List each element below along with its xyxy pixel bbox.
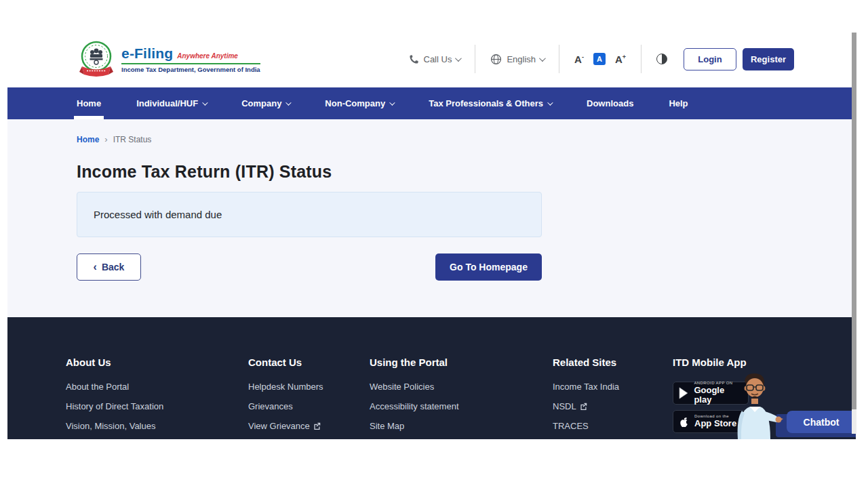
chevron-down-icon [547,100,553,105]
register-button[interactable]: Register [743,48,794,70]
footer-link-helpdesk-numbers[interactable]: Helpdesk Numbers [248,382,323,392]
login-button[interactable]: Login [684,48,736,70]
scrollbar[interactable] [852,33,856,434]
font-default-button[interactable]: A [593,53,606,65]
main-content: Home › ITR Status Income Tax Return (ITR… [7,119,856,317]
logo-subtitle: Income Tax Department, Government of Ind… [121,66,260,73]
apple-icon [679,415,690,428]
action-buttons-row: ‹ Back Go To Homepage [77,253,542,281]
footer-link-accessibility-statement[interactable]: Accessibility statement [370,401,459,411]
footer-link-nsdl[interactable]: NSDL [553,401,619,411]
divider [641,45,642,73]
logo-text: e-Filing Anywhere Anytime Income Tax Dep… [121,45,260,73]
language-label: English [507,54,536,64]
footer-column-about-us: About Us About the Portal History of Dir… [66,357,163,439]
footer-link-website-policies[interactable]: Website Policies [370,382,459,392]
footer-link-traces[interactable]: TRACES [553,421,619,431]
itr-status-text: Processed with demand due [94,209,525,220]
logo-tagline: Anywhere Anytime [177,52,238,60]
browser-canvas: e-Filing Anywhere Anytime Income Tax Dep… [0,0,868,488]
footer-column-contact-us: Contact Us Helpdesk Numbers Grievances V… [248,357,323,439]
footer-link-income-tax-india[interactable]: Income Tax India [553,382,619,392]
contrast-toggle-icon[interactable] [656,54,667,64]
call-us-menu[interactable]: Call Us [409,54,460,64]
header-controls: Call Us English A- A A+ [409,30,795,87]
footer-link-history-of-direct-taxation[interactable]: History of Direct Taxation [66,401,163,411]
chatbot-launcher[interactable]: Chatbot [747,367,856,434]
footer-link-site-map[interactable]: Site Map [370,421,459,431]
divider [475,45,475,73]
efiling-page: e-Filing Anywhere Anytime Income Tax Dep… [7,30,856,439]
nav-item-non-company[interactable]: Non-Company [325,87,393,119]
footer-link-grievances[interactable]: Grievances [248,401,323,411]
nav-item-company[interactable]: Company [241,87,290,119]
phone-icon [409,54,419,64]
logo-title: e-Filing [121,45,173,62]
chevron-down-icon [286,100,292,105]
breadcrumb-current: ITR Status [113,135,152,144]
itr-status-box: Processed with demand due [77,192,542,237]
nav-item-tax-professionals[interactable]: Tax Professionals & Others [429,87,551,119]
nav-item-individual-huf[interactable]: Individual/HUF [136,87,206,119]
footer-link-about-the-portal[interactable]: About the Portal [66,382,163,392]
income-tax-emblem-icon [78,39,115,79]
chevron-left-icon: ‹ [94,261,97,273]
font-size-controls: A- A A+ [574,53,626,65]
external-link-icon [580,403,587,410]
scrollbar-thumb[interactable] [852,33,856,409]
breadcrumb-separator: › [104,134,107,144]
breadcrumb: Home › ITR Status [77,119,856,144]
back-button[interactable]: ‹ Back [77,253,141,281]
call-us-label: Call Us [424,54,452,64]
go-to-homepage-button[interactable]: Go To Homepage [435,253,542,281]
footer-column-related-sites: Related Sites Income Tax India NSDL TRAC… [553,357,619,439]
divider [559,45,559,73]
breadcrumb-home-link[interactable]: Home [77,135,99,144]
language-menu[interactable]: English [490,54,544,65]
nav-item-home[interactable]: Home [77,87,101,119]
footer-heading: ITD Mobile App [673,357,749,368]
chatbot-assistant-avatar [728,371,786,439]
page-title: Income Tax Return (ITR) Status [77,162,856,182]
chatbot-button[interactable]: Chatbot [787,411,856,433]
chevron-down-icon [455,55,462,62]
nav-item-downloads[interactable]: Downloads [587,87,633,119]
font-decrease-button[interactable]: A- [574,54,584,65]
footer-link-vision-mission-values[interactable]: Vision, Mission, Values [66,421,163,431]
footer-heading: Related Sites [553,357,619,368]
nav-item-help[interactable]: Help [669,87,688,119]
site-footer: About Us About the Portal History of Dir… [7,317,856,439]
chevron-down-icon [539,55,546,62]
footer-heading: Using the Portal [370,357,459,368]
footer-heading: Contact Us [248,357,323,368]
footer-heading: About Us [66,357,163,368]
chevron-down-icon [389,100,395,105]
font-increase-button[interactable]: A+ [615,54,626,65]
globe-icon [490,54,502,65]
main-nav: Home Individual/HUF Company Non-Company … [7,87,856,119]
site-header: e-Filing Anywhere Anytime Income Tax Dep… [7,30,856,87]
chevron-down-icon [202,100,208,105]
footer-column-using-the-portal: Using the Portal Website Policies Access… [370,357,459,439]
efiling-logo[interactable]: e-Filing Anywhere Anytime Income Tax Dep… [78,39,260,79]
google-play-icon [679,387,689,399]
external-link-icon [313,422,321,430]
footer-link-view-grievance[interactable]: View Grievance [248,421,323,431]
